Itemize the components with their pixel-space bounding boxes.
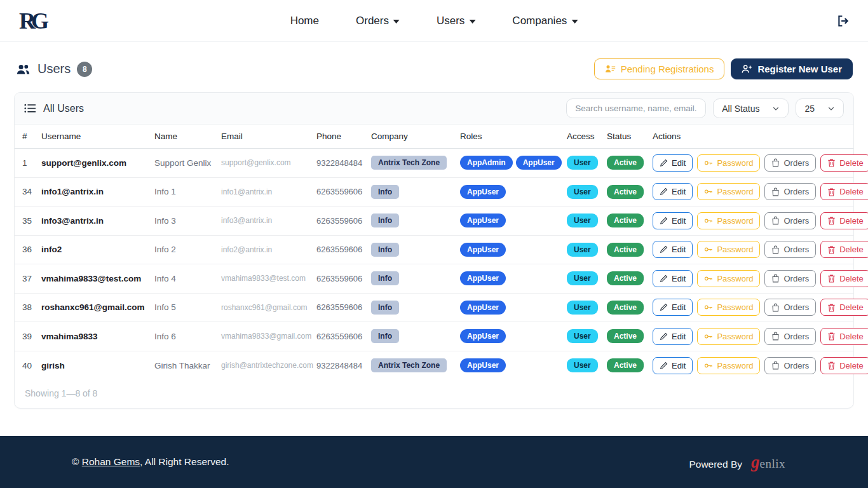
password-button[interactable]: Password [697,270,760,287]
edit-button[interactable]: Edit [653,241,693,258]
row-email: info1@antrix.in [221,187,316,196]
password-button[interactable]: Password [697,357,760,374]
table-body: 1 support@genlix.com Support Genlix supp… [15,149,853,380]
table-row: 38 roshanxc961@gmail.com Info 5 roshanxc… [15,294,853,323]
logout-icon[interactable] [836,15,849,27]
delete-label: Delete [839,332,864,341]
row-username: vmahima9833 [41,332,154,341]
page-header: Users 8 Pending Registrations Register N… [0,42,868,79]
delete-button[interactable]: Delete [820,270,868,287]
orders-label: Orders [783,302,809,312]
pending-registrations-button[interactable]: Pending Registrations [594,58,725,79]
card-header: All Users All Status 25 [15,93,853,125]
pencil-icon [660,217,668,225]
password-button[interactable]: Password [697,299,760,316]
column-header-phone: Phone [316,132,371,141]
chevron-down-icon [827,105,835,112]
edit-button[interactable]: Edit [653,183,693,200]
orders-label: Orders [783,245,809,254]
pencil-icon [660,159,668,167]
orders-button[interactable]: Orders [764,328,816,345]
row-phone: 6263559606 [316,187,371,196]
row-roles: AppAdminAppUser [460,156,567,170]
orders-button[interactable]: Orders [764,357,816,374]
nav-item-orders[interactable]: Orders [356,15,400,27]
users-card: All Users All Status 25 # Username Name … [14,92,854,409]
trash-icon [827,361,836,370]
orders-button[interactable]: Orders [764,241,816,258]
nav-item-companies[interactable]: Companies [512,15,578,27]
row-number: 35 [22,216,41,226]
role-badge: AppUser [460,329,506,343]
register-new-user-button[interactable]: Register New User [731,58,853,79]
edit-button[interactable]: Edit [653,299,693,316]
role-badge: AppUser [460,243,506,257]
delete-button[interactable]: Delete [820,299,868,316]
row-name: Girish Thakkar [154,361,221,370]
bag-icon [771,303,780,312]
password-button[interactable]: Password [697,241,760,258]
caret-down-icon [393,20,400,24]
edit-button[interactable]: Edit [653,212,693,229]
company-badge: Antrix Tech Zone [371,358,447,372]
row-phone: 6263559606 [316,245,371,254]
password-button[interactable]: Password [697,154,760,172]
bag-icon [771,245,780,254]
pencil-icon [660,303,668,311]
delete-button[interactable]: Delete [820,154,868,172]
row-email: info3@antrix.in [221,216,316,225]
status-filter-select[interactable]: All Status [713,98,789,118]
orders-button[interactable]: Orders [764,183,816,200]
row-username: vmahima9833@test.com [41,274,154,283]
column-header-name: Name [154,132,221,141]
password-button[interactable]: Password [697,183,760,200]
rohan-gems-link[interactable]: Rohan Gems [82,456,140,467]
column-header-access: Access [567,132,607,141]
nav-label: Home [290,15,319,27]
nav-item-users[interactable]: Users [437,15,475,27]
delete-button[interactable]: Delete [820,241,868,258]
delete-button[interactable]: Delete [820,212,868,229]
orders-button[interactable]: Orders [764,154,816,172]
edit-button[interactable]: Edit [653,328,693,345]
site-footer: © Rohan Gems, All Right Reserved. Powere… [0,436,868,488]
delete-label: Delete [839,274,864,283]
orders-button[interactable]: Orders [764,299,816,316]
company-badge: Info [371,301,399,315]
column-header-roles: Roles [460,132,567,141]
company-badge: Info [371,329,399,343]
genlix-logo[interactable]: genlix [751,452,785,472]
orders-button[interactable]: Orders [764,212,816,229]
delete-button[interactable]: Delete [820,357,868,374]
edit-button[interactable]: Edit [653,270,693,287]
delete-button[interactable]: Delete [820,328,868,345]
key-icon [704,187,713,196]
row-number: 40 [22,361,41,370]
row-number: 39 [22,332,41,341]
pencil-icon [660,245,668,254]
key-icon [704,362,713,370]
nav-item-home[interactable]: Home [290,15,319,27]
brand-logo[interactable]: RG [19,10,47,32]
bag-icon [771,361,780,370]
row-roles: AppUser [460,271,567,285]
search-input[interactable] [566,98,706,118]
password-label: Password [717,361,753,370]
row-email: roshanxc961@gmail.com [221,303,316,312]
column-header-company: Company [371,132,460,141]
password-button[interactable]: Password [697,212,760,229]
row-phone: 6263559606 [316,302,371,312]
orders-button[interactable]: Orders [764,270,816,287]
edit-button[interactable]: Edit [653,154,693,172]
password-button[interactable]: Password [697,328,760,345]
bag-icon [771,216,780,225]
edit-label: Edit [672,274,686,283]
trash-icon [827,216,836,225]
row-name: Info 5 [154,302,221,312]
delete-button[interactable]: Delete [820,183,868,200]
user-plus-icon [742,64,752,74]
access-badge: User [567,329,598,343]
edit-button[interactable]: Edit [653,357,693,374]
page-size-select[interactable]: 25 [796,98,844,118]
bag-icon [771,332,780,341]
